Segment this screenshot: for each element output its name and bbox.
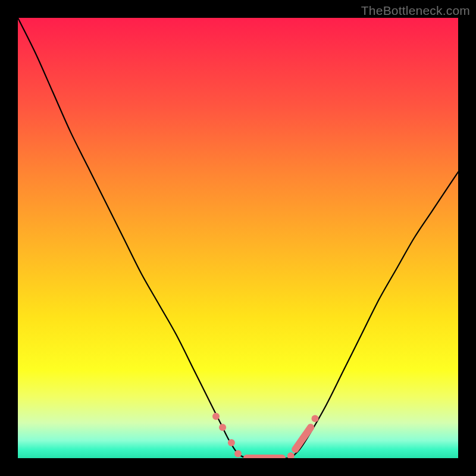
marker-dot xyxy=(312,415,319,422)
marker-dot xyxy=(212,413,220,420)
marker-segment xyxy=(295,427,311,449)
marker-dot xyxy=(228,439,235,446)
marker-group xyxy=(212,413,319,458)
chart-frame: TheBottleneck.com xyxy=(0,0,476,476)
plot-area xyxy=(18,18,458,458)
marker-dot xyxy=(234,450,242,458)
curve-layer xyxy=(18,18,458,458)
marker-dot xyxy=(287,452,295,458)
watermark-text: TheBottleneck.com xyxy=(361,4,470,18)
left-curve xyxy=(18,18,247,458)
marker-dot xyxy=(219,424,226,431)
